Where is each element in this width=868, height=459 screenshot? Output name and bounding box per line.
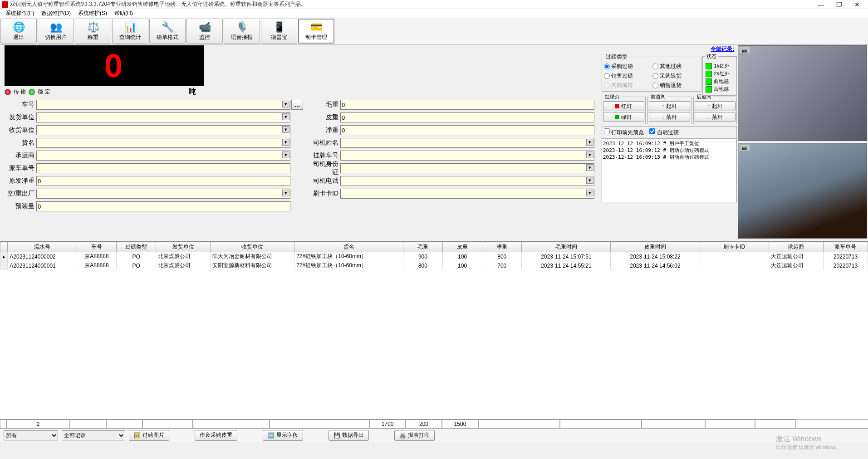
form-row-收货单位: 收货单位▾ <box>4 125 303 136</box>
dropdown-arrow-货名[interactable]: ▾ <box>282 139 289 146</box>
input-挂牌车号[interactable] <box>340 151 594 161</box>
menu-item-3[interactable]: 帮助(H) <box>111 10 137 17</box>
input-派车单号[interactable] <box>36 163 290 173</box>
lookup-button-车号[interactable]: … <box>291 100 303 110</box>
col-header-派车单号[interactable]: 派车单号 <box>823 242 868 252</box>
menu-item-0[interactable]: 系统操作(F) <box>2 10 38 17</box>
close-button[interactable]: ✕ <box>848 1 866 8</box>
bottom-btn-数据导出[interactable]: 💾数据导出 <box>329 430 369 441</box>
radio-采购退货[interactable]: 采购退货 <box>652 72 699 80</box>
input-货名[interactable] <box>36 138 290 148</box>
col-header-发货单位[interactable]: 发货单位 <box>156 242 211 252</box>
dropdown-arrow-发货单位[interactable]: ▾ <box>282 113 289 120</box>
toolbar-切换用户[interactable]: 👥切换用户 <box>38 19 74 44</box>
dropdown-arrow-空/重出厂[interactable]: ▾ <box>282 190 289 196</box>
dropdown-arrow-挂牌车号[interactable]: ▾ <box>586 151 593 158</box>
btn-前道闸-落杆[interactable]: ↓落杆 <box>649 112 690 122</box>
btn-红绿灯-红灯[interactable]: 红灯 <box>603 101 644 111</box>
input-司机电话[interactable] <box>340 176 594 186</box>
dropdown-arrow-司机电话[interactable]: ▾ <box>586 177 593 184</box>
bottom-btn-报表打印[interactable]: 🖨️报表打印 <box>394 430 435 441</box>
input-刷卡卡ID[interactable] <box>340 189 594 199</box>
camera-1[interactable]: 📷 <box>738 45 867 141</box>
input-原发净重[interactable] <box>36 176 290 186</box>
input-司机身份证[interactable] <box>340 163 594 173</box>
signal-前道闸: 前道闸↑起杆↓落杆 <box>647 93 691 124</box>
input-发货单位[interactable] <box>36 112 290 122</box>
total-cell-5 <box>192 420 270 428</box>
radio-销售过磅[interactable]: 销售过磅 <box>604 72 651 80</box>
dropdown-arrow-承运商[interactable]: ▾ <box>282 151 289 158</box>
options-row: 打印前先预览 自动过磅 <box>602 126 737 139</box>
all-records-link[interactable]: 全部记录: <box>602 44 737 53</box>
log-area[interactable]: 2023-12-12 16:09:12 # 用户手工复位 2023-12-12 … <box>602 139 737 202</box>
input-净重[interactable] <box>340 125 594 135</box>
maximize-button[interactable]: ❐ <box>830 1 848 8</box>
bottom-btn-作废采购皮重[interactable]: 作废采购皮重 <box>195 430 237 441</box>
radio-销售退货[interactable]: 销售退货 <box>652 82 699 89</box>
btn-前道闸-起杆[interactable]: ↑起杆 <box>649 101 690 111</box>
toolbar-制卡管理[interactable]: 💳制卡管理 <box>298 19 334 44</box>
input-司机姓名[interactable] <box>340 138 594 148</box>
form-area: 车号▾…发货单位▾收货单位▾货名▾承运商▾派车单号原发净重空/重出厂▾预装量 毛… <box>0 98 598 214</box>
bottom-btn-显示字段[interactable]: 🔤显示字段 <box>263 430 303 441</box>
col-header-承运商[interactable]: 承运商 <box>769 242 824 252</box>
input-空/重出厂[interactable] <box>36 189 290 199</box>
dropdown-arrow-司机身份证[interactable]: ▾ <box>586 164 593 171</box>
col-header-收货单位[interactable]: 收货单位 <box>210 242 294 252</box>
stable-indicator-icon <box>29 89 35 95</box>
arrow-icon: ↓ <box>662 114 664 120</box>
menu-item-1[interactable]: 数据维护(D) <box>38 10 74 17</box>
input-承运商[interactable] <box>36 151 290 161</box>
dropdown-arrow-刷卡卡ID[interactable]: ▾ <box>586 190 593 196</box>
col-header-皮重[interactable]: 皮重 <box>443 242 482 252</box>
data-grid[interactable]: 流水号车号过磅类型发货单位收货单位货名毛重皮重净重毛重时间皮重时间刷卡卡ID承运… <box>0 241 868 419</box>
col-header-毛重[interactable]: 毛重 <box>403 242 442 252</box>
col-header-刷卡卡ID[interactable]: 刷卡卡ID <box>700 242 769 252</box>
input-车号[interactable] <box>36 100 290 110</box>
col-header-车号[interactable]: 车号 <box>77 242 116 252</box>
filter-select-1[interactable]: 全部记录 <box>62 430 125 440</box>
radio-其他过磅[interactable]: 其他过磅 <box>652 63 699 70</box>
check-自动过磅[interactable]: 自动过磅 <box>649 128 678 137</box>
col-header-毛重时间[interactable]: 毛重时间 <box>522 242 611 252</box>
toolbar-监控[interactable]: 📹监控 <box>186 19 223 44</box>
toolbar-icon: 🌐 <box>13 21 25 34</box>
table-row[interactable]: A20231124000001京A88888PO北京煤炭公司安阳宝源新材料有限公… <box>0 261 868 270</box>
check-打印前先预览[interactable]: 打印前先预览 <box>604 128 644 137</box>
camera-2[interactable]: 📷 <box>738 143 867 239</box>
toolbar-查询统计[interactable]: 📊查询统计 <box>112 19 148 44</box>
col-header-流水号[interactable]: 流水号 <box>8 242 77 252</box>
label-挂牌车号: 挂牌车号 <box>308 151 340 160</box>
table-row[interactable]: ▸A20231124000002京A88888PO北京煤炭公司阳大为冶金耐材有限… <box>0 252 868 261</box>
input-毛重[interactable] <box>340 100 594 110</box>
input-皮重[interactable] <box>340 112 594 122</box>
toolbar-退出[interactable]: 🌐退出 <box>0 19 37 44</box>
col-header-货名[interactable]: 货名 <box>294 242 403 252</box>
totals-row: 217002001500 <box>0 419 868 428</box>
dropdown-arrow-收货单位[interactable]: ▾ <box>282 126 289 133</box>
col-header-过磅类型[interactable]: 过磅类型 <box>117 242 156 252</box>
toolbar-语音播报[interactable]: 🎙️语音播报 <box>224 19 260 44</box>
toolbar-称重[interactable]: ⚖️称重 <box>75 19 111 44</box>
form-row-车号: 车号▾… <box>4 99 303 110</box>
btn-红绿灯-绿灯[interactable]: 绿灯 <box>603 112 644 122</box>
input-收货单位[interactable] <box>36 125 290 135</box>
radio-采购过磅[interactable]: 采购过磅 <box>604 63 651 70</box>
minimize-button[interactable]: — <box>812 1 830 8</box>
menu-item-2[interactable]: 系统维护(S) <box>74 10 111 17</box>
col-header-皮重时间[interactable]: 皮重时间 <box>611 242 700 252</box>
toolbar-磅单格式[interactable]: 🔧磅单格式 <box>149 19 186 44</box>
bottom-btn-过磅图片[interactable]: 🖼️过磅图片 <box>129 430 169 441</box>
radio-内部周转[interactable]: 内部周转 <box>604 82 651 89</box>
btn-后道闸-落杆[interactable]: ↓落杆 <box>695 112 736 122</box>
btn-后道闸-起杆[interactable]: ↑起杆 <box>695 101 736 111</box>
dropdown-arrow-车号[interactable]: ▾ <box>282 101 289 107</box>
filter-select-0[interactable]: 所有 <box>4 430 58 440</box>
toolbar-icon: 💳 <box>310 21 323 34</box>
col-header-净重[interactable]: 净重 <box>482 242 522 252</box>
weight-unit: 吨 <box>189 87 196 97</box>
input-预装量[interactable] <box>36 201 290 211</box>
dropdown-arrow-司机姓名[interactable]: ▾ <box>586 139 593 146</box>
toolbar-衡器宝[interactable]: 📱衡器宝 <box>261 19 297 44</box>
